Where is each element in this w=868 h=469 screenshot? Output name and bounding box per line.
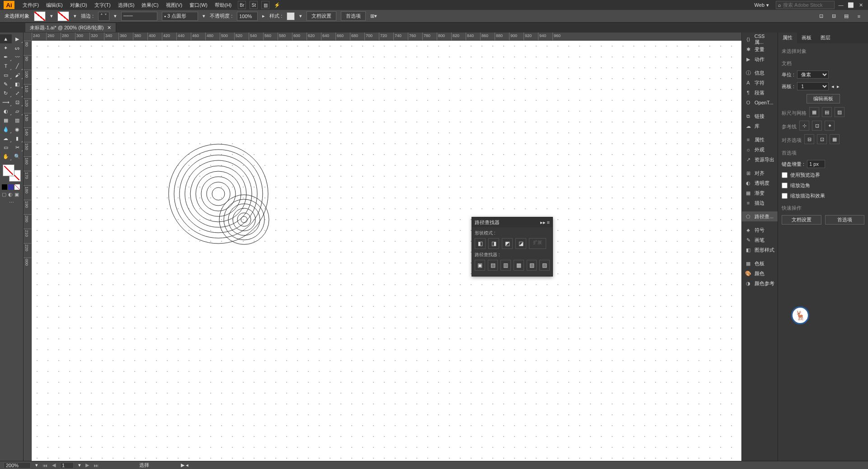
close-icon[interactable]: ✕ — [857, 2, 864, 8]
eraser-tool[interactable]: ◧ — [12, 80, 24, 89]
tab-artboards[interactable]: 画板 — [797, 33, 816, 43]
hand-tool[interactable]: ✋ — [0, 152, 12, 161]
menu-object[interactable]: 对象(O) — [67, 0, 90, 10]
selection-tool[interactable]: ▲ — [0, 34, 12, 43]
curvature-tool[interactable]: 〰 — [12, 52, 24, 61]
stroke-weight[interactable]: ˄˅ — [98, 12, 109, 21]
trim-icon[interactable]: ▤ — [488, 260, 498, 271]
menu-view[interactable]: 视图(V) — [163, 0, 185, 10]
unite-icon[interactable]: ◧ — [475, 238, 486, 249]
layout-icon-4[interactable]: ≡ — [854, 12, 863, 21]
panel-item-2[interactable]: ▶动作 — [742, 54, 778, 64]
edit-artboard-button[interactable]: 编辑画板 — [807, 94, 840, 103]
quick-docsetup-button[interactable]: 文档设置 — [782, 215, 821, 225]
free-transform-tool[interactable]: ⊡ — [12, 98, 24, 107]
panel-item-8[interactable]: ☁库 — [742, 121, 778, 131]
menu-effect[interactable]: 效果(C) — [139, 0, 161, 10]
symbol-sprayer-tool[interactable]: ☁ — [0, 134, 12, 143]
variable-width[interactable]: ━━━ — [121, 12, 157, 21]
opacity-field[interactable] — [237, 12, 258, 21]
checkbox-preview[interactable]: 使用预览边界 — [782, 172, 864, 178]
minimize-icon[interactable]: — — [837, 2, 844, 8]
brush-dd[interactable]: ▾ — [203, 13, 205, 19]
ruler-toggle-icon[interactable]: ▦ — [809, 107, 819, 117]
panel-item-6[interactable]: OOpenT... — [742, 98, 778, 108]
shape-builder-tool[interactable]: ◐ — [0, 107, 12, 116]
last-artboard-icon[interactable]: ⏭ — [94, 463, 99, 468]
guide-icon-1[interactable]: ⊹ — [799, 121, 809, 131]
panel-item-4[interactable]: A字符 — [742, 78, 778, 88]
toolbox-expand-icon[interactable]: ⋯ — [0, 200, 23, 206]
direct-selection-tool[interactable]: ▶ — [12, 34, 24, 43]
shaper-tool[interactable]: ✎ — [0, 80, 12, 89]
menu-help[interactable]: 帮助(H) — [212, 0, 234, 10]
snap-point-icon[interactable]: ⊡ — [817, 134, 827, 144]
prev-artboard-icon[interactable]: ◂ — [831, 84, 834, 89]
artboard-nav-dd[interactable]: ▾ — [78, 462, 81, 468]
next-artboard-nav-icon[interactable]: ▶ — [85, 462, 89, 468]
menu-select[interactable]: 选择(S) — [115, 0, 137, 10]
tab-layers[interactable]: 图层 — [816, 33, 835, 43]
exclude-icon[interactable]: ◪ — [515, 238, 526, 249]
guide-icon-2[interactable]: ⊡ — [812, 121, 822, 131]
first-artboard-icon[interactable]: ⏮ — [42, 463, 47, 468]
menu-window[interactable]: 窗口(W) — [187, 0, 210, 10]
layout-icon-1[interactable]: ⊡ — [816, 12, 826, 21]
prev-artboard-icon[interactable]: ◀ — [52, 462, 56, 468]
width-tool[interactable]: ⟿ — [0, 98, 12, 107]
panel-item-0[interactable]: ⟨⟩CSS 属... — [742, 34, 778, 44]
pathfinder-panel[interactable]: 路径查找器 ▸▸ ≡ 形状模式 : ◧ ◨ ◩ ◪ 扩展 路径查找器 : ▣ ▤… — [472, 217, 553, 277]
color-mode-swatches[interactable] — [0, 183, 23, 191]
intersect-icon[interactable]: ◩ — [502, 238, 513, 249]
quick-prefs-button[interactable]: 首选项 — [825, 215, 865, 225]
line-tool[interactable]: ╱ — [12, 61, 24, 70]
transparency-grid-icon[interactable]: ▨ — [835, 107, 844, 117]
menu-type[interactable]: 文字(T) — [92, 0, 113, 10]
panel-item-14[interactable]: ▦渐变 — [742, 188, 778, 198]
key-inc-input[interactable] — [807, 160, 825, 168]
crop-icon[interactable]: ▦ — [514, 260, 524, 271]
style-dd[interactable]: ▾ — [299, 13, 302, 19]
fill-swatch[interactable] — [34, 11, 46, 21]
tab-properties[interactable]: 属性 — [778, 33, 797, 43]
outline-icon[interactable]: ▧ — [527, 260, 537, 271]
stroke-weight-dd[interactable]: ▾ — [114, 13, 117, 19]
grid-toggle-icon[interactable]: ▤ — [822, 107, 832, 117]
screen-mode-icons[interactable]: ▢◐▣ — [0, 191, 23, 198]
layout-icon-3[interactable]: ▤ — [842, 12, 851, 21]
lasso-tool[interactable]: ᔕ — [12, 43, 24, 52]
search-input[interactable] — [783, 2, 828, 8]
snap-grid-icon[interactable]: ▦ — [830, 134, 840, 144]
stock-icon[interactable]: St — [250, 1, 258, 9]
panel-item-18[interactable]: ✎画笔 — [742, 235, 778, 245]
arrange-icon[interactable]: ▥ — [261, 1, 269, 9]
panel-item-9[interactable]: ≡属性 — [742, 135, 778, 145]
panel-item-12[interactable]: ⊞对齐 — [742, 168, 778, 178]
layout-icon-2[interactable]: ⊟ — [829, 12, 838, 21]
panel-item-22[interactable]: ◑颜色参考 — [742, 278, 778, 288]
prefs-button[interactable]: 首选项 — [341, 11, 366, 21]
doc-setup-button[interactable]: 文档设置 — [307, 11, 336, 21]
paintbrush-tool[interactable]: 🖌 — [12, 70, 24, 80]
merge-icon[interactable]: ▥ — [500, 260, 511, 271]
panel-item-19[interactable]: ◧图形样式 — [742, 245, 778, 255]
magic-wand-tool[interactable]: ✦ — [0, 43, 12, 52]
brush-def[interactable]: • — [162, 12, 198, 21]
canvas[interactable] — [32, 41, 741, 461]
graph-tool[interactable]: ▮ — [12, 134, 24, 143]
ruler-vertical[interactable]: 8090100110120130140150160170180190200210… — [24, 41, 32, 461]
menu-edit[interactable]: 编辑(E) — [43, 0, 66, 10]
type-tool[interactable]: T — [0, 61, 12, 70]
artboard-select[interactable]: 1 — [797, 82, 829, 90]
panel-item-13[interactable]: ◐透明度 — [742, 178, 778, 188]
align-icon[interactable]: ⊞▾ — [370, 13, 377, 19]
tab-close-icon[interactable]: ✕ — [107, 25, 111, 31]
rotate-tool[interactable]: ↻ — [0, 89, 12, 98]
menu-file[interactable]: 文件(F) — [20, 0, 42, 10]
ruler-horizontal[interactable]: 2402602803003203403603804004204404604805… — [32, 33, 741, 41]
document-tab[interactable]: 未标题-1.ai* @ 200% (RGB/轮廓) ✕ — [25, 23, 116, 32]
checkbox-strokes[interactable]: 缩放描边和效果 — [782, 192, 864, 199]
gradient-tool[interactable]: ▥ — [12, 116, 24, 125]
units-select[interactable]: 像素 — [797, 70, 829, 79]
brush-value[interactable] — [167, 14, 190, 19]
